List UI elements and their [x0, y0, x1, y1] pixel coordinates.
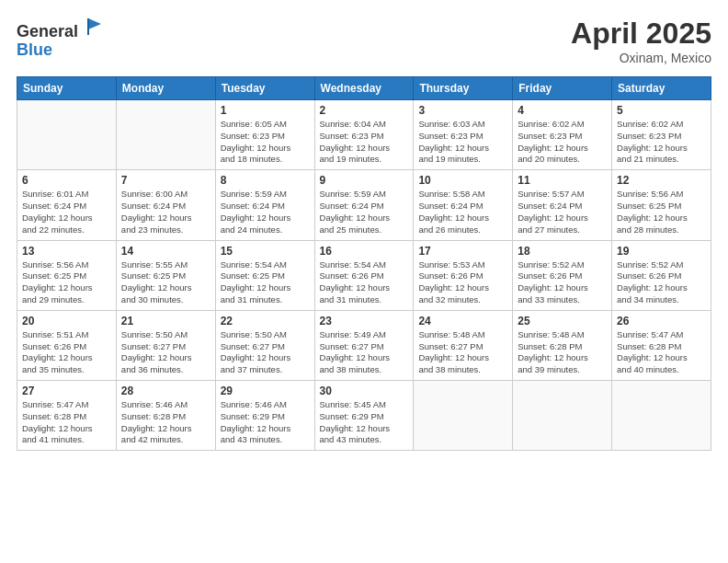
calendar-cell [513, 381, 612, 451]
calendar-location: Oxinam, Mexico [571, 51, 711, 65]
calendar-cell: 19Sunrise: 5:52 AM Sunset: 6:26 PM Dayli… [612, 240, 711, 310]
logo-general: General [17, 22, 78, 40]
day-info: Sunrise: 5:59 AM Sunset: 6:24 PM Dayligh… [221, 189, 310, 236]
calendar-cell: 21Sunrise: 5:50 AM Sunset: 6:27 PM Dayli… [116, 310, 215, 380]
day-info: Sunrise: 6:01 AM Sunset: 6:24 PM Dayligh… [22, 189, 111, 236]
day-info: Sunrise: 5:52 AM Sunset: 6:26 PM Dayligh… [518, 259, 607, 306]
calendar-cell: 12Sunrise: 5:56 AM Sunset: 6:25 PM Dayli… [612, 170, 711, 240]
day-info: Sunrise: 5:54 AM Sunset: 6:26 PM Dayligh… [320, 259, 409, 306]
day-number: 12 [617, 174, 706, 187]
calendar-cell: 25Sunrise: 5:48 AM Sunset: 6:28 PM Dayli… [513, 310, 612, 380]
day-info: Sunrise: 5:46 AM Sunset: 6:29 PM Dayligh… [221, 399, 310, 446]
week-row-5: 27Sunrise: 5:47 AM Sunset: 6:28 PM Dayli… [17, 381, 711, 451]
day-info: Sunrise: 5:47 AM Sunset: 6:28 PM Dayligh… [617, 329, 706, 376]
calendar-cell: 27Sunrise: 5:47 AM Sunset: 6:28 PM Dayli… [17, 381, 117, 451]
calendar-cell: 20Sunrise: 5:51 AM Sunset: 6:26 PM Dayli… [17, 310, 117, 380]
day-number: 27 [22, 385, 111, 397]
day-info: Sunrise: 5:52 AM Sunset: 6:26 PM Dayligh… [617, 259, 706, 306]
calendar-cell: 16Sunrise: 5:54 AM Sunset: 6:26 PM Dayli… [314, 240, 414, 310]
day-number: 6 [22, 174, 111, 187]
day-number: 14 [121, 245, 210, 258]
day-info: Sunrise: 5:56 AM Sunset: 6:25 PM Dayligh… [22, 259, 111, 306]
day-number: 3 [418, 104, 507, 117]
day-number: 16 [320, 245, 409, 258]
day-number: 20 [22, 315, 111, 327]
day-number: 24 [418, 315, 507, 327]
calendar-cell: 2Sunrise: 6:04 AM Sunset: 6:23 PM Daylig… [314, 100, 414, 170]
day-number: 28 [121, 385, 210, 397]
logo-blue: Blue [17, 40, 52, 59]
day-number: 2 [320, 104, 409, 117]
day-number: 23 [320, 315, 409, 327]
calendar-cell: 23Sunrise: 5:49 AM Sunset: 6:27 PM Dayli… [314, 310, 414, 380]
day-info: Sunrise: 5:50 AM Sunset: 6:27 PM Dayligh… [221, 329, 310, 376]
day-info: Sunrise: 5:54 AM Sunset: 6:25 PM Dayligh… [221, 259, 310, 306]
day-info: Sunrise: 6:04 AM Sunset: 6:23 PM Dayligh… [320, 119, 409, 166]
day-number: 17 [418, 245, 507, 258]
calendar-cell: 17Sunrise: 5:53 AM Sunset: 6:26 PM Dayli… [414, 240, 513, 310]
calendar-cell [17, 100, 117, 170]
day-number: 11 [518, 174, 607, 187]
day-number: 15 [221, 245, 310, 258]
weekday-header-sunday: Sunday [17, 77, 117, 100]
day-number: 26 [617, 315, 706, 327]
week-row-4: 20Sunrise: 5:51 AM Sunset: 6:26 PM Dayli… [17, 310, 711, 380]
weekday-header-friday: Friday [513, 77, 612, 100]
calendar-cell: 3Sunrise: 6:03 AM Sunset: 6:23 PM Daylig… [414, 100, 513, 170]
week-row-1: 1Sunrise: 6:05 AM Sunset: 6:23 PM Daylig… [17, 100, 711, 170]
calendar-cell [414, 381, 513, 451]
calendar-cell: 28Sunrise: 5:46 AM Sunset: 6:28 PM Dayli… [116, 381, 215, 451]
day-info: Sunrise: 5:49 AM Sunset: 6:27 PM Dayligh… [320, 329, 409, 376]
day-info: Sunrise: 5:46 AM Sunset: 6:28 PM Dayligh… [121, 399, 210, 446]
calendar-cell: 8Sunrise: 5:59 AM Sunset: 6:24 PM Daylig… [215, 170, 314, 240]
calendar-cell: 26Sunrise: 5:47 AM Sunset: 6:28 PM Dayli… [612, 310, 711, 380]
day-number: 1 [221, 104, 310, 117]
weekday-header-row: SundayMondayTuesdayWednesdayThursdayFrid… [17, 77, 711, 100]
svg-marker-0 [88, 18, 101, 29]
calendar-table: SundayMondayTuesdayWednesdayThursdayFrid… [17, 76, 711, 451]
calendar-cell: 14Sunrise: 5:55 AM Sunset: 6:25 PM Dayli… [116, 240, 215, 310]
day-number: 7 [121, 174, 210, 187]
day-info: Sunrise: 5:48 AM Sunset: 6:28 PM Dayligh… [518, 329, 607, 376]
weekday-header-saturday: Saturday [612, 77, 711, 100]
weekday-header-monday: Monday [116, 77, 215, 100]
day-info: Sunrise: 5:45 AM Sunset: 6:29 PM Dayligh… [320, 399, 409, 446]
day-number: 8 [221, 174, 310, 187]
page: General Blue April 2025 Oxinam, Mexico S… [0, 0, 728, 563]
calendar-cell: 24Sunrise: 5:48 AM Sunset: 6:27 PM Dayli… [414, 310, 513, 380]
calendar-cell [612, 381, 711, 451]
day-number: 30 [320, 385, 409, 397]
header: General Blue April 2025 Oxinam, Mexico [17, 17, 711, 65]
day-info: Sunrise: 6:05 AM Sunset: 6:23 PM Dayligh… [221, 119, 310, 166]
day-info: Sunrise: 6:02 AM Sunset: 6:23 PM Dayligh… [518, 119, 607, 166]
calendar-cell: 7Sunrise: 6:00 AM Sunset: 6:24 PM Daylig… [116, 170, 215, 240]
calendar-cell: 29Sunrise: 5:46 AM Sunset: 6:29 PM Dayli… [215, 381, 314, 451]
calendar-cell: 5Sunrise: 6:02 AM Sunset: 6:23 PM Daylig… [612, 100, 711, 170]
calendar-cell: 11Sunrise: 5:57 AM Sunset: 6:24 PM Dayli… [513, 170, 612, 240]
day-info: Sunrise: 5:57 AM Sunset: 6:24 PM Dayligh… [518, 189, 607, 236]
day-info: Sunrise: 5:48 AM Sunset: 6:27 PM Dayligh… [418, 329, 507, 376]
calendar-cell: 4Sunrise: 6:02 AM Sunset: 6:23 PM Daylig… [513, 100, 612, 170]
title-block: April 2025 Oxinam, Mexico [571, 17, 711, 65]
day-info: Sunrise: 5:53 AM Sunset: 6:26 PM Dayligh… [418, 259, 507, 306]
weekday-header-thursday: Thursday [414, 77, 513, 100]
week-row-3: 13Sunrise: 5:56 AM Sunset: 6:25 PM Dayli… [17, 240, 711, 310]
day-info: Sunrise: 5:58 AM Sunset: 6:24 PM Dayligh… [418, 189, 507, 236]
calendar-cell: 1Sunrise: 6:05 AM Sunset: 6:23 PM Daylig… [215, 100, 314, 170]
weekday-header-tuesday: Tuesday [215, 77, 314, 100]
calendar-title: April 2025 [571, 17, 711, 51]
day-info: Sunrise: 6:02 AM Sunset: 6:23 PM Dayligh… [617, 119, 706, 166]
day-number: 5 [617, 104, 706, 117]
calendar-cell: 15Sunrise: 5:54 AM Sunset: 6:25 PM Dayli… [215, 240, 314, 310]
day-number: 4 [518, 104, 607, 117]
day-number: 19 [617, 245, 706, 258]
day-info: Sunrise: 5:55 AM Sunset: 6:25 PM Dayligh… [121, 259, 210, 306]
calendar-cell [116, 100, 215, 170]
day-number: 9 [320, 174, 409, 187]
day-number: 18 [518, 245, 607, 258]
day-number: 21 [121, 315, 210, 327]
calendar-cell: 22Sunrise: 5:50 AM Sunset: 6:27 PM Dayli… [215, 310, 314, 380]
logo: General Blue [17, 17, 105, 60]
calendar-cell: 9Sunrise: 5:59 AM Sunset: 6:24 PM Daylig… [314, 170, 414, 240]
day-info: Sunrise: 6:03 AM Sunset: 6:23 PM Dayligh… [418, 119, 507, 166]
